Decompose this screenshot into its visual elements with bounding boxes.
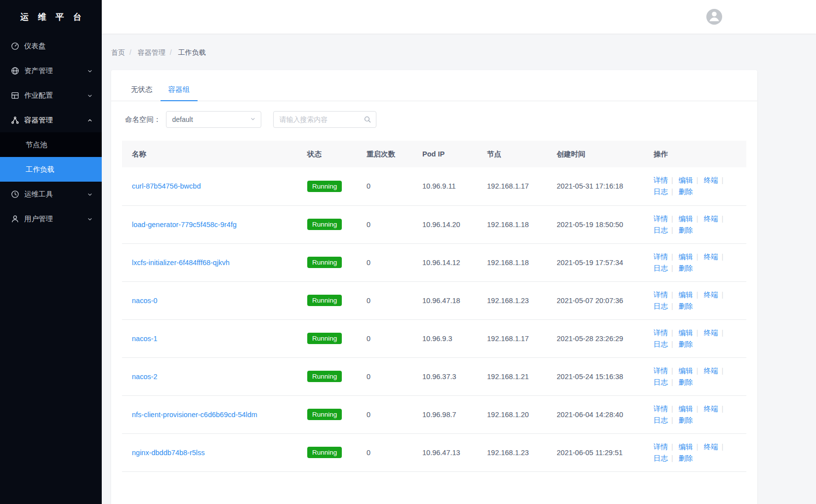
action-edit[interactable]: 编辑 bbox=[679, 329, 702, 337]
status-badge: Running bbox=[307, 257, 342, 269]
action-terminal[interactable]: 终端 bbox=[704, 215, 727, 223]
pod-name-link[interactable]: nfs-client-provisioner-c6d6b69cd-54ldm bbox=[132, 411, 257, 419]
action-detail[interactable]: 详情 bbox=[653, 329, 677, 337]
column-header-name: 名称 bbox=[122, 141, 297, 167]
created-time: 2021-05-19 17:57:34 bbox=[557, 259, 623, 267]
sidebar-menu: 仪表盘 资产管理 作业配置 bbox=[0, 34, 102, 504]
action-edit[interactable]: 编辑 bbox=[679, 405, 702, 413]
action-delete[interactable]: 删除 bbox=[679, 264, 693, 272]
action-edit[interactable]: 编辑 bbox=[679, 253, 702, 261]
breadcrumb-home[interactable]: 首页 bbox=[111, 48, 136, 56]
containers-submenu: 节点池 工作负载 bbox=[0, 132, 102, 182]
app-layout: 运 维 平 台 仪表盘 资产管理 bbox=[0, 0, 816, 504]
action-delete[interactable]: 删除 bbox=[679, 188, 693, 195]
action-edit[interactable]: 编辑 bbox=[679, 215, 702, 223]
action-detail[interactable]: 详情 bbox=[653, 253, 677, 261]
action-detail[interactable]: 详情 bbox=[653, 291, 677, 299]
action-detail[interactable]: 详情 bbox=[653, 367, 677, 375]
row-actions: 详情 编辑 终端 日志 删除 bbox=[653, 251, 728, 274]
main-area: 首页 容器管理 工作负载 无状态 容器组 命名空间： default bbox=[102, 0, 816, 504]
sidebar-item-workloads[interactable]: 工作负载 bbox=[0, 157, 102, 182]
created-time: 2021-06-05 11:29:51 bbox=[557, 449, 623, 457]
namespace-label: 命名空间： bbox=[125, 115, 161, 124]
action-logs[interactable]: 日志 bbox=[653, 188, 677, 195]
workloads-card: 无状态 容器组 命名空间： default bbox=[111, 70, 757, 504]
pod-name-link[interactable]: nginx-dbddb74b8-r5lss bbox=[132, 449, 205, 457]
action-terminal[interactable]: 终端 bbox=[704, 405, 727, 413]
sidebar-item-dashboard[interactable]: 仪表盘 bbox=[0, 34, 102, 58]
created-time: 2021-05-07 20:07:36 bbox=[557, 297, 623, 305]
created-time: 2021-05-24 15:16:38 bbox=[557, 373, 623, 381]
sidebar-item-label: 作业配置 bbox=[24, 91, 87, 100]
pod-ip: 10.96.9.3 bbox=[422, 335, 452, 343]
sidebar-item-containers[interactable]: 容器管理 bbox=[0, 108, 102, 132]
pod-name-link[interactable]: lxcfs-initializer-6f484fff68-qjkvh bbox=[132, 259, 230, 267]
pod-name-link[interactable]: load-generator-779c5f458c-9r4fg bbox=[132, 221, 237, 229]
action-logs[interactable]: 日志 bbox=[653, 378, 677, 386]
action-logs[interactable]: 日志 bbox=[653, 226, 677, 234]
breadcrumb-containers[interactable]: 容器管理 bbox=[138, 48, 176, 56]
action-logs[interactable]: 日志 bbox=[653, 264, 677, 272]
created-time: 2021-05-19 18:50:50 bbox=[557, 221, 623, 229]
action-logs[interactable]: 日志 bbox=[653, 416, 677, 424]
pod-name-link[interactable]: nacos-1 bbox=[132, 335, 158, 343]
action-terminal[interactable]: 终端 bbox=[704, 443, 727, 451]
pod-name-link[interactable]: nacos-0 bbox=[132, 297, 158, 305]
tab-stateless[interactable]: 无状态 bbox=[123, 78, 161, 101]
sidebar: 运 维 平 台 仪表盘 资产管理 bbox=[0, 0, 102, 504]
sidebar-item-nodepool[interactable]: 节点池 bbox=[0, 132, 102, 157]
sidebar-item-jobs[interactable]: 作业配置 bbox=[0, 83, 102, 108]
pod-name-link[interactable]: nacos-2 bbox=[132, 373, 158, 381]
search-input[interactable] bbox=[273, 111, 376, 128]
status-badge: Running bbox=[307, 409, 342, 421]
action-edit[interactable]: 编辑 bbox=[679, 367, 702, 375]
action-logs[interactable]: 日志 bbox=[653, 302, 677, 310]
action-detail[interactable]: 详情 bbox=[653, 443, 677, 451]
table-row: nacos-1 Running 0 10.96.9.3 192.168.1.17… bbox=[122, 319, 746, 357]
column-header-status: 状态 bbox=[297, 141, 357, 167]
action-edit[interactable]: 编辑 bbox=[679, 176, 702, 184]
share-nodes-icon bbox=[11, 116, 19, 124]
namespace-select[interactable]: default bbox=[166, 111, 261, 128]
pod-name-link[interactable]: curl-87b54756-bwcbd bbox=[132, 182, 201, 190]
sidebar-item-assets[interactable]: 资产管理 bbox=[0, 58, 102, 83]
app-logo: 运 维 平 台 bbox=[0, 0, 102, 34]
action-logs[interactable]: 日志 bbox=[653, 340, 677, 348]
action-delete[interactable]: 删除 bbox=[679, 454, 693, 462]
pod-ip: 10.96.37.3 bbox=[422, 373, 456, 381]
action-delete[interactable]: 删除 bbox=[679, 302, 693, 310]
action-delete[interactable]: 删除 bbox=[679, 416, 693, 424]
restart-count: 0 bbox=[367, 182, 370, 190]
breadcrumb: 首页 容器管理 工作负载 bbox=[111, 48, 816, 57]
tab-pods[interactable]: 容器组 bbox=[161, 78, 198, 101]
top-header bbox=[102, 0, 816, 34]
action-terminal[interactable]: 终端 bbox=[704, 291, 727, 299]
node-ip: 192.168.1.18 bbox=[487, 221, 529, 229]
table-row: nginx-dbddb74b8-r5lss Running 0 10.96.47… bbox=[122, 433, 746, 471]
table-row: lxcfs-initializer-6f484fff68-qjkvh Runni… bbox=[122, 243, 746, 281]
node-ip: 192.168.1.18 bbox=[487, 259, 529, 267]
user-avatar[interactable] bbox=[706, 9, 722, 25]
sidebar-item-users[interactable]: 用户管理 bbox=[0, 206, 102, 231]
action-logs[interactable]: 日志 bbox=[653, 454, 677, 462]
chevron-down-icon bbox=[87, 216, 93, 222]
action-detail[interactable]: 详情 bbox=[653, 176, 677, 184]
action-terminal[interactable]: 终端 bbox=[704, 329, 727, 337]
action-delete[interactable]: 删除 bbox=[679, 226, 693, 234]
action-delete[interactable]: 删除 bbox=[679, 378, 693, 386]
action-edit[interactable]: 编辑 bbox=[679, 291, 702, 299]
node-ip: 192.168.1.23 bbox=[487, 297, 529, 305]
search-box bbox=[273, 111, 376, 128]
action-detail[interactable]: 详情 bbox=[653, 405, 677, 413]
sidebar-item-opstools[interactable]: 运维工具 bbox=[0, 182, 102, 206]
action-terminal[interactable]: 终端 bbox=[704, 367, 727, 375]
action-delete[interactable]: 删除 bbox=[679, 340, 693, 348]
table-row: nfs-client-provisioner-c6d6b69cd-54ldm R… bbox=[122, 395, 746, 433]
action-edit[interactable]: 编辑 bbox=[679, 443, 702, 451]
action-terminal[interactable]: 终端 bbox=[704, 253, 727, 261]
action-terminal[interactable]: 终端 bbox=[704, 176, 727, 184]
column-header-created: 创建时间 bbox=[547, 141, 644, 167]
table-row: curl-87b54756-bwcbd Running 0 10.96.9.11… bbox=[122, 167, 746, 205]
row-actions: 详情 编辑 终端 日志 删除 bbox=[653, 213, 728, 236]
action-detail[interactable]: 详情 bbox=[653, 215, 677, 223]
